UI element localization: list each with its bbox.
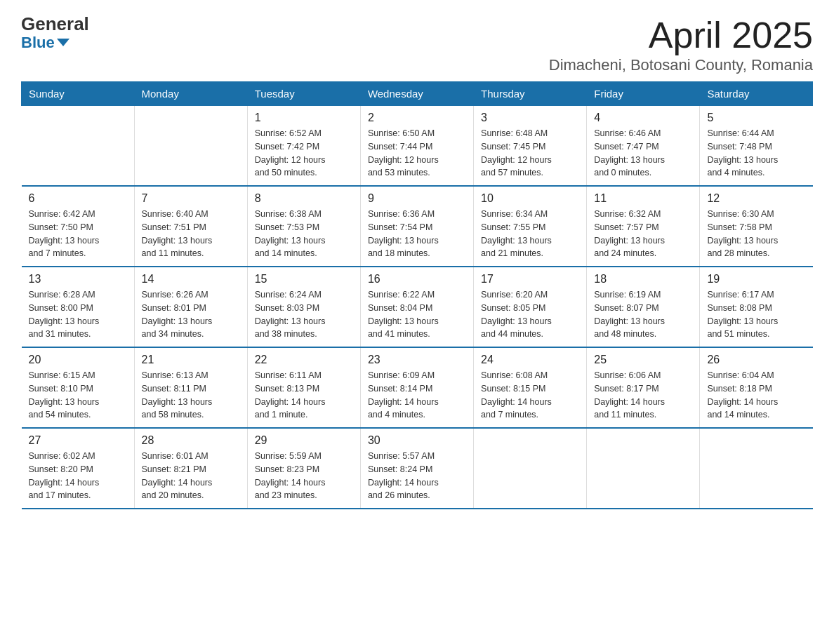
calendar-cell: 4Sunrise: 6:46 AM Sunset: 7:47 PM Daylig… xyxy=(587,106,700,187)
calendar-cell: 30Sunrise: 5:57 AM Sunset: 8:24 PM Dayli… xyxy=(360,428,473,509)
page-header: General Blue April 2025 Dimacheni, Botos… xyxy=(21,14,813,74)
calendar-subtitle: Dimacheni, Botosani County, Romania xyxy=(549,56,813,74)
calendar-cell: 22Sunrise: 6:11 AM Sunset: 8:13 PM Dayli… xyxy=(247,347,360,428)
day-number: 13 xyxy=(29,273,127,286)
day-info: Sunrise: 6:02 AM Sunset: 8:20 PM Dayligh… xyxy=(29,450,127,502)
calendar-week-1: 1Sunrise: 6:52 AM Sunset: 7:42 PM Daylig… xyxy=(22,106,813,187)
day-info: Sunrise: 6:50 AM Sunset: 7:44 PM Dayligh… xyxy=(368,127,466,180)
weekday-header-wednesday: Wednesday xyxy=(360,82,473,106)
day-number: 5 xyxy=(707,112,805,124)
day-number: 17 xyxy=(481,273,579,286)
day-number: 26 xyxy=(707,354,805,366)
day-number: 21 xyxy=(142,354,240,366)
title-block: April 2025 Dimacheni, Botosani County, R… xyxy=(549,14,813,74)
logo-text-block: General Blue xyxy=(21,14,89,51)
calendar-header: SundayMondayTuesdayWednesdayThursdayFrid… xyxy=(22,82,813,106)
day-number: 16 xyxy=(368,273,466,286)
day-number: 15 xyxy=(255,273,353,286)
day-info: Sunrise: 6:34 AM Sunset: 7:55 PM Dayligh… xyxy=(481,208,579,260)
day-info: Sunrise: 6:22 AM Sunset: 8:04 PM Dayligh… xyxy=(368,288,466,341)
day-number: 20 xyxy=(29,354,127,366)
calendar-cell: 17Sunrise: 6:20 AM Sunset: 8:05 PM Dayli… xyxy=(474,267,587,347)
day-info: Sunrise: 6:52 AM Sunset: 7:42 PM Dayligh… xyxy=(255,127,353,180)
calendar-title: April 2025 xyxy=(549,14,813,56)
calendar-cell: 18Sunrise: 6:19 AM Sunset: 8:07 PM Dayli… xyxy=(587,267,700,347)
calendar-cell: 20Sunrise: 6:15 AM Sunset: 8:10 PM Dayli… xyxy=(22,347,135,428)
calendar-week-5: 27Sunrise: 6:02 AM Sunset: 8:20 PM Dayli… xyxy=(22,428,813,509)
calendar-cell: 26Sunrise: 6:04 AM Sunset: 8:18 PM Dayli… xyxy=(700,347,813,428)
calendar-cell: 10Sunrise: 6:34 AM Sunset: 7:55 PM Dayli… xyxy=(474,186,587,267)
day-info: Sunrise: 6:19 AM Sunset: 8:07 PM Dayligh… xyxy=(594,288,692,341)
day-info: Sunrise: 6:32 AM Sunset: 7:57 PM Dayligh… xyxy=(594,208,692,260)
logo-line2-text: Blue xyxy=(21,34,55,51)
weekday-header-thursday: Thursday xyxy=(474,82,587,106)
logo-triangle-icon xyxy=(57,39,70,46)
day-number: 7 xyxy=(142,192,240,205)
calendar-week-3: 13Sunrise: 6:28 AM Sunset: 8:00 PM Dayli… xyxy=(22,267,813,347)
weekday-header-monday: Monday xyxy=(134,82,247,106)
day-number: 27 xyxy=(29,434,127,447)
day-info: Sunrise: 5:57 AM Sunset: 8:24 PM Dayligh… xyxy=(368,450,466,502)
calendar-cell: 7Sunrise: 6:40 AM Sunset: 7:51 PM Daylig… xyxy=(134,186,247,267)
calendar-cell: 15Sunrise: 6:24 AM Sunset: 8:03 PM Dayli… xyxy=(247,267,360,347)
day-info: Sunrise: 6:48 AM Sunset: 7:45 PM Dayligh… xyxy=(481,127,579,180)
day-number: 29 xyxy=(255,434,353,447)
calendar-cell: 12Sunrise: 6:30 AM Sunset: 7:58 PM Dayli… xyxy=(700,186,813,267)
calendar-cell: 29Sunrise: 5:59 AM Sunset: 8:23 PM Dayli… xyxy=(247,428,360,509)
day-info: Sunrise: 5:59 AM Sunset: 8:23 PM Dayligh… xyxy=(255,450,353,502)
day-number: 3 xyxy=(481,112,579,124)
day-info: Sunrise: 6:26 AM Sunset: 8:01 PM Dayligh… xyxy=(142,288,240,341)
day-number: 14 xyxy=(142,273,240,286)
day-info: Sunrise: 6:15 AM Sunset: 8:10 PM Dayligh… xyxy=(29,369,127,422)
logo: General Blue xyxy=(21,14,89,51)
day-number: 30 xyxy=(368,434,466,447)
calendar-cell xyxy=(700,428,813,509)
day-number: 25 xyxy=(594,354,692,366)
day-number: 22 xyxy=(255,354,353,366)
day-number: 10 xyxy=(481,192,579,205)
day-number: 11 xyxy=(594,192,692,205)
day-number: 4 xyxy=(594,112,692,124)
calendar-cell: 11Sunrise: 6:32 AM Sunset: 7:57 PM Dayli… xyxy=(587,186,700,267)
calendar-cell xyxy=(587,428,700,509)
calendar-cell: 1Sunrise: 6:52 AM Sunset: 7:42 PM Daylig… xyxy=(247,106,360,187)
day-number: 1 xyxy=(255,112,353,124)
day-info: Sunrise: 6:30 AM Sunset: 7:58 PM Dayligh… xyxy=(707,208,805,260)
day-info: Sunrise: 6:24 AM Sunset: 8:03 PM Dayligh… xyxy=(255,288,353,341)
calendar-cell: 5Sunrise: 6:44 AM Sunset: 7:48 PM Daylig… xyxy=(700,106,813,187)
calendar-cell: 23Sunrise: 6:09 AM Sunset: 8:14 PM Dayli… xyxy=(360,347,473,428)
day-info: Sunrise: 6:17 AM Sunset: 8:08 PM Dayligh… xyxy=(707,288,805,341)
weekday-header-tuesday: Tuesday xyxy=(247,82,360,106)
day-info: Sunrise: 6:20 AM Sunset: 8:05 PM Dayligh… xyxy=(481,288,579,341)
day-info: Sunrise: 6:06 AM Sunset: 8:17 PM Dayligh… xyxy=(594,369,692,422)
day-info: Sunrise: 6:36 AM Sunset: 7:54 PM Dayligh… xyxy=(368,208,466,260)
day-number: 23 xyxy=(368,354,466,366)
day-info: Sunrise: 6:01 AM Sunset: 8:21 PM Dayligh… xyxy=(142,450,240,502)
day-info: Sunrise: 6:42 AM Sunset: 7:50 PM Dayligh… xyxy=(29,208,127,260)
day-number: 9 xyxy=(368,192,466,205)
day-info: Sunrise: 6:04 AM Sunset: 8:18 PM Dayligh… xyxy=(707,369,805,422)
calendar-week-4: 20Sunrise: 6:15 AM Sunset: 8:10 PM Dayli… xyxy=(22,347,813,428)
day-info: Sunrise: 6:38 AM Sunset: 7:53 PM Dayligh… xyxy=(255,208,353,260)
day-number: 24 xyxy=(481,354,579,366)
weekday-header-friday: Friday xyxy=(587,82,700,106)
day-info: Sunrise: 6:09 AM Sunset: 8:14 PM Dayligh… xyxy=(368,369,466,422)
calendar-cell xyxy=(134,106,247,187)
calendar-cell: 27Sunrise: 6:02 AM Sunset: 8:20 PM Dayli… xyxy=(22,428,135,509)
day-number: 6 xyxy=(29,192,127,205)
day-number: 18 xyxy=(594,273,692,286)
day-number: 8 xyxy=(255,192,353,205)
calendar-cell: 9Sunrise: 6:36 AM Sunset: 7:54 PM Daylig… xyxy=(360,186,473,267)
calendar-table: SundayMondayTuesdayWednesdayThursdayFrid… xyxy=(21,81,813,509)
day-info: Sunrise: 6:44 AM Sunset: 7:48 PM Dayligh… xyxy=(707,127,805,180)
logo-line1: General xyxy=(21,14,89,34)
calendar-cell: 8Sunrise: 6:38 AM Sunset: 7:53 PM Daylig… xyxy=(247,186,360,267)
day-info: Sunrise: 6:11 AM Sunset: 8:13 PM Dayligh… xyxy=(255,369,353,422)
calendar-cell: 19Sunrise: 6:17 AM Sunset: 8:08 PM Dayli… xyxy=(700,267,813,347)
day-info: Sunrise: 6:28 AM Sunset: 8:00 PM Dayligh… xyxy=(29,288,127,341)
calendar-cell: 13Sunrise: 6:28 AM Sunset: 8:00 PM Dayli… xyxy=(22,267,135,347)
weekday-header-saturday: Saturday xyxy=(700,82,813,106)
day-number: 2 xyxy=(368,112,466,124)
day-info: Sunrise: 6:46 AM Sunset: 7:47 PM Dayligh… xyxy=(594,127,692,180)
calendar-cell: 14Sunrise: 6:26 AM Sunset: 8:01 PM Dayli… xyxy=(134,267,247,347)
